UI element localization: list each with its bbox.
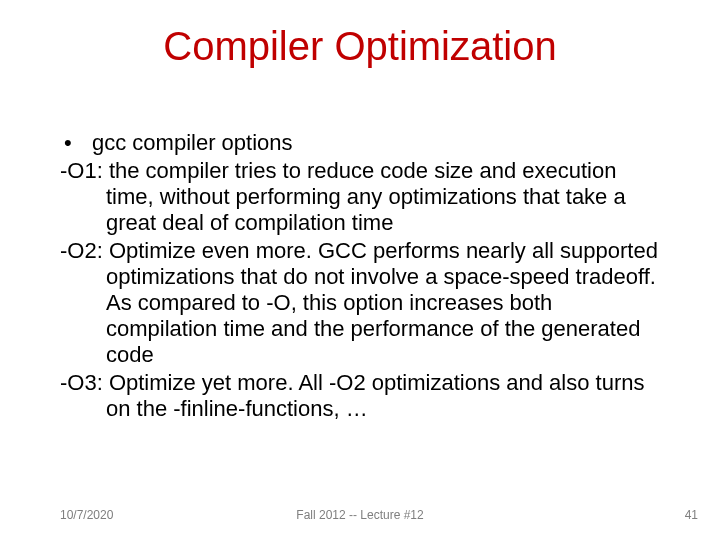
bullet-dot: • [60, 130, 92, 156]
slide-title: Compiler Optimization [0, 24, 720, 69]
bullet-text: gcc compiler options [92, 130, 660, 156]
slide-body: • gcc compiler options -O1: the compiler… [60, 130, 660, 423]
opt-o3: -O3: Optimize yet more. All -O2 optimiza… [106, 370, 660, 422]
opt-o1: -O1: the compiler tries to reduce code s… [106, 158, 660, 236]
opt-o2: -O2: Optimize even more. GCC performs ne… [106, 238, 660, 368]
bullet-item: • gcc compiler options [60, 130, 660, 156]
slide: Compiler Optimization • gcc compiler opt… [0, 0, 720, 540]
footer-center: Fall 2012 -- Lecture #12 [0, 508, 720, 522]
footer-page-number: 41 [685, 508, 698, 522]
